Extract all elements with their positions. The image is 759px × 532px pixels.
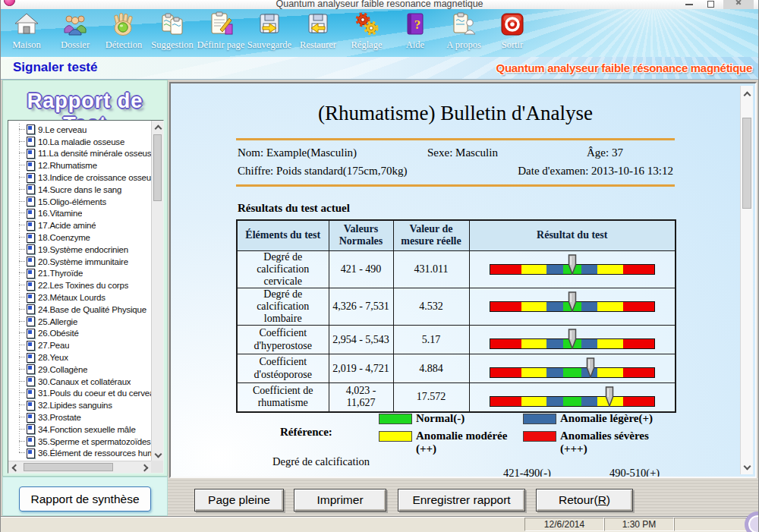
normal-range: 4,023 - 11,627 xyxy=(329,383,393,412)
test-element: Coefficient d'hyperostose xyxy=(237,326,329,354)
tree-item[interactable]: 31.Pouls du coeur et du cerveau xyxy=(8,388,151,400)
bar-segment xyxy=(563,368,581,377)
toolbar-button-definir-page[interactable]: Définir page xyxy=(197,9,245,57)
column-header: Éléments du test xyxy=(237,220,329,250)
tree-item[interactable]: 20.Système immunitaire xyxy=(8,256,151,268)
tree-item[interactable]: 34.Fonction sexuelle mâle xyxy=(8,423,151,436)
tree-item[interactable]: 21.Thyroïde xyxy=(8,268,151,280)
tree-item[interactable]: 28.Yeux xyxy=(8,351,151,364)
result-bar xyxy=(490,338,655,349)
sidebar: Rapport de Test 9.Le cerveau10.La maladi… xyxy=(2,80,168,477)
footer-button-bar: Page pleineImprimerEnregistrer rapportRe… xyxy=(168,478,759,516)
scroll-down-icon[interactable] xyxy=(741,461,753,473)
toolbar-button-suggestion[interactable]: Suggestion xyxy=(148,9,197,57)
report-content: (Rhumatisme) Bulletin d'Analyse Nom: Exa… xyxy=(236,83,675,477)
legend-item: Anomalie légère(+) xyxy=(523,412,666,425)
tree-item[interactable]: 25.Allergie xyxy=(8,316,151,328)
tree-item[interactable]: 14.Sucre dans le sang xyxy=(8,184,151,196)
document-icon xyxy=(27,269,35,279)
toolbar-button-restaurer[interactable]: Restaurer xyxy=(294,9,342,57)
report-vertical-scrollbar[interactable] xyxy=(740,86,753,474)
document-icon xyxy=(27,304,35,314)
toolbar-button-reglage[interactable]: Réglage xyxy=(342,9,391,57)
scroll-up-icon[interactable] xyxy=(152,121,164,133)
footer-button[interactable]: Imprimer xyxy=(294,489,386,512)
tree-scrollbar-thumb[interactable] xyxy=(153,134,162,201)
scroll-right-icon[interactable] xyxy=(139,461,151,474)
footer-button[interactable]: Enregistrer rapport xyxy=(398,489,525,512)
tree-item[interactable]: 29.Collagène xyxy=(8,364,151,376)
tree-item[interactable]: 18.Coenzyme xyxy=(8,231,151,244)
tree-item[interactable]: 19.Système endocrinien xyxy=(8,244,151,256)
exam-date: Date d'examen: 2013-10-16 13:12 xyxy=(518,165,673,178)
tree-item[interactable]: 24.Base de Qualité Physique xyxy=(8,304,151,316)
toolbar-button-a-propos[interactable]: A propos xyxy=(439,9,488,57)
sidebar-footer: Rapport de synthèse xyxy=(2,477,168,516)
toolbar-button-maison[interactable]: Maison xyxy=(2,9,51,57)
tree-item[interactable]: 26.Obésité xyxy=(8,328,151,340)
legend: Référence: Normal(-)Anomalie modérée (++… xyxy=(236,411,675,459)
patient-info-row: Chiffre: Poids standard(175cm,70kg) Date… xyxy=(236,165,675,181)
scroll-left-icon[interactable] xyxy=(8,461,20,474)
tree-item[interactable]: 16.Vitamine xyxy=(8,208,151,220)
rapport-synthese-button[interactable]: Rapport de synthèse xyxy=(19,486,151,512)
tree-hscrollbar-thumb[interactable] xyxy=(24,463,113,471)
tree-item[interactable]: 9.Le cerveau xyxy=(8,124,151,136)
toolbar-button-dossier[interactable]: Dossier xyxy=(51,9,99,57)
tree-item[interactable]: 11.La densité minérale osseuse xyxy=(8,148,151,160)
close-icon[interactable] xyxy=(723,0,754,9)
patient-figure: Chiffre: Poids standard(175cm,70kg) xyxy=(238,165,407,178)
status-date: 12/6/2014 xyxy=(524,518,604,531)
scroll-up-icon[interactable] xyxy=(741,87,753,99)
scroll-down-icon[interactable] xyxy=(152,449,164,461)
result-bar-cell xyxy=(469,354,676,383)
result-row: Coefficient d'hyperostose2,954 - 5,5435.… xyxy=(237,326,676,354)
tree-item[interactable]: 13.Indice de croissance osseuse xyxy=(8,172,151,184)
retour-button[interactable]: Retour(R) xyxy=(536,489,633,512)
test-element: Degré de calcification lombaire xyxy=(237,288,329,325)
bar-segment xyxy=(546,368,563,377)
toolbar-button-aide[interactable]: ? Aide xyxy=(391,9,439,57)
report-tree: 9.Le cerveau10.La maladie osseuse11.La d… xyxy=(8,121,151,461)
tree-item[interactable]: 30.Canaux et collatéraux xyxy=(8,376,151,388)
tree-item[interactable]: 32.Lipides sanguins xyxy=(8,399,151,411)
page-setup-icon xyxy=(208,11,234,37)
bar-segment xyxy=(521,397,546,406)
bar-segment xyxy=(546,265,563,274)
bar-segment xyxy=(563,397,581,406)
document-icon xyxy=(27,161,35,171)
toolbar-button-sauvegarde[interactable]: Sauvegarde xyxy=(245,9,294,57)
divider xyxy=(236,184,675,187)
tree-item[interactable]: 33.Prostate xyxy=(8,411,151,423)
results-table: Éléments du test Valeurs Normales Valeur… xyxy=(236,219,676,413)
result-bar-cell xyxy=(469,250,676,288)
result-bar-cell xyxy=(469,383,676,412)
bar-segment xyxy=(546,302,563,311)
document-icon xyxy=(27,401,35,411)
tree-item[interactable]: 27.Peau xyxy=(8,339,151,351)
toolbar-button-detection[interactable]: Détection xyxy=(99,9,148,57)
tree-item[interactable]: 35.Sperme et spermatozoïdes xyxy=(8,436,151,448)
bar-segment xyxy=(597,368,622,377)
minimize-icon[interactable] xyxy=(685,4,693,5)
tree-item[interactable]: 36.Élément de ressources humaines xyxy=(8,448,151,460)
legend-swatch xyxy=(523,431,556,442)
toolbar-button-sortir[interactable]: Sortir xyxy=(488,9,537,57)
maximize-icon[interactable] xyxy=(707,1,714,8)
tree-item[interactable]: 17.Acide aminé xyxy=(8,219,151,231)
document-icon xyxy=(27,221,35,231)
measured-value: 5.17 xyxy=(393,326,469,354)
tree-vertical-scrollbar[interactable] xyxy=(151,121,163,461)
tree-horizontal-scrollbar[interactable] xyxy=(8,461,151,473)
result-bar-cell xyxy=(469,326,676,354)
legend-swatch xyxy=(379,414,412,424)
tree-item[interactable]: 23.Métaux Lourds xyxy=(8,291,151,304)
tree-item[interactable]: 15.Oligo-éléments xyxy=(8,196,151,208)
column-header: Résultat du test xyxy=(469,220,676,250)
report-scrollbar-thumb[interactable] xyxy=(742,118,751,209)
tree-item[interactable]: 10.La maladie osseuse xyxy=(8,136,151,148)
bar-segment xyxy=(521,302,546,311)
tree-item[interactable]: 22.Les Toxines du corps xyxy=(8,279,151,291)
tree-item[interactable]: 12.Rhumatisme xyxy=(8,159,151,172)
footer-button[interactable]: Page pleine xyxy=(194,489,284,512)
